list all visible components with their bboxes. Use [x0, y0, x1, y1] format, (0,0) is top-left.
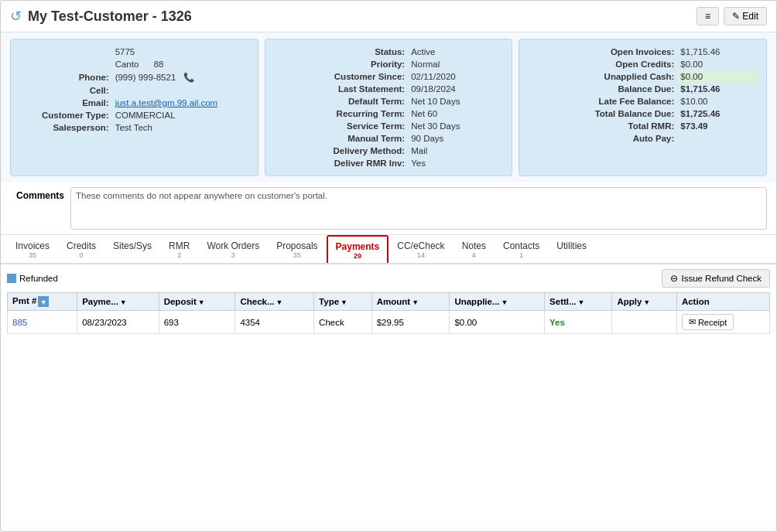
customer-since-value: 02/11/2020: [408, 70, 502, 83]
column-header-deposit: Deposit▼: [159, 293, 235, 311]
sort-icon[interactable]: ▼: [412, 298, 419, 306]
tab-count: 2: [177, 251, 181, 259]
table-body: 885 08/23/2023 693 4354 Check $29.95 $0.…: [8, 311, 770, 334]
total-balance-label-text: Total Balance Due:: [595, 109, 675, 118]
phone-number: (999) 999-8521: [115, 73, 176, 82]
sort-icon[interactable]: ▼: [341, 298, 347, 306]
column-header-settl---: Settl...▼: [545, 293, 612, 311]
priority-value: Normal: [408, 58, 502, 70]
tab-payments[interactable]: Payments29: [327, 235, 389, 264]
sort-icon[interactable]: ▼: [643, 298, 650, 306]
col-label: Pmt #: [12, 296, 36, 305]
table-header-row: Pmt #▼Payme...▼Deposit▼Check...▼Type▼Amo…: [8, 293, 770, 311]
tab-utilities[interactable]: Utilities: [548, 235, 595, 263]
tab-work-orders[interactable]: Work Orders3: [198, 235, 268, 263]
total-balance-value: $1,725.46: [677, 107, 757, 120]
tab-count: 0: [80, 251, 84, 259]
col-label: Amount: [377, 297, 410, 306]
delivery-method-label: Delivery Method:: [275, 145, 409, 157]
tab-contacts[interactable]: Contacts1: [495, 235, 548, 263]
refunded-color-swatch: [7, 274, 16, 283]
pmt-link[interactable]: 885: [12, 318, 27, 327]
menu-button[interactable]: ≡: [697, 7, 719, 26]
refunded-legend: Refunded: [7, 274, 58, 283]
column-header-check---: Check...▼: [235, 293, 314, 311]
unapplied-cash-label: Unapplied Cash:: [529, 70, 677, 83]
status-value: Active: [408, 46, 502, 58]
column-header-unapplie---: Unapplie...▼: [450, 293, 545, 311]
tab-credits[interactable]: Credits0: [58, 235, 104, 263]
tab-count: 14: [417, 251, 425, 259]
tab-label: Contacts: [503, 240, 539, 251]
email-value[interactable]: just.a.test@gm.99.ail.com: [112, 97, 248, 109]
financial-info-card: Open Invoices: $1,715.46 Open Credits: $…: [519, 39, 767, 176]
phone-icon[interactable]: 📞: [183, 73, 194, 82]
tab-proposals[interactable]: Proposals35: [268, 235, 326, 263]
priority-label: Priority:: [275, 58, 409, 70]
refunded-label: Refunded: [19, 274, 58, 283]
service-term-value: Net 30 Days: [408, 120, 502, 132]
filter-icon[interactable]: ▼: [38, 296, 49, 307]
customer-type-label: Customer Type:: [20, 109, 112, 121]
apply-cell: [612, 311, 677, 334]
tab-label: Credits: [67, 240, 96, 251]
col-label: Check...: [240, 297, 274, 306]
phone-label: Phone:: [20, 70, 112, 84]
column-header-amount: Amount▼: [371, 293, 450, 311]
tab-count: 35: [293, 251, 301, 259]
header-buttons: ≡ ✎ Edit: [697, 7, 767, 26]
email-link[interactable]: just.a.test@gm.99.ail.com: [115, 98, 217, 107]
balance-due-label-text: Balance Due:: [618, 84, 674, 94]
column-header-apply: Apply▼: [612, 293, 677, 311]
amount-cell: $29.95: [371, 311, 450, 334]
delivery-method-value: Mail: [408, 145, 502, 157]
issue-refund-label: Issue Refund Check: [681, 274, 762, 283]
unapplied-cell: $0.00: [450, 311, 545, 334]
edit-button[interactable]: ✎ Edit: [724, 7, 767, 26]
unapplied-cash-value: $0.00: [677, 70, 757, 83]
page-header: ↺ My Test-Customer - 1326 ≡ ✎ Edit: [1, 1, 776, 32]
table-row: 885 08/23/2023 693 4354 Check $29.95 $0.…: [8, 311, 770, 334]
receipt-label: Receipt: [698, 318, 727, 327]
type-cell: Check: [314, 311, 372, 334]
last-statement-value: 09/18/2024: [408, 83, 502, 95]
cell-label: Cell:: [20, 84, 112, 97]
tab-count: 35: [29, 251, 36, 259]
table-toolbar: Refunded ⊖ Issue Refund Check: [7, 269, 770, 288]
sort-icon[interactable]: ▼: [501, 298, 508, 306]
col-label: Type: [319, 297, 339, 306]
sort-icon[interactable]: ▼: [578, 298, 585, 306]
open-invoices-label: Open Invoices:: [529, 46, 677, 58]
tab-invoices[interactable]: Invoices35: [7, 235, 58, 263]
col-label: Payme...: [82, 297, 118, 306]
salesperson-value: Test Tech: [112, 121, 248, 134]
col-label: Apply: [617, 297, 642, 306]
late-fee-value: $10.00: [677, 95, 757, 107]
tab-rmr[interactable]: RMR2: [160, 235, 198, 263]
address1-label: [20, 46, 112, 58]
sort-icon[interactable]: ▼: [198, 298, 205, 306]
total-rmr-label-text: Total RMR:: [628, 121, 675, 131]
main-container: ↺ My Test-Customer - 1326 ≡ ✎ Edit 5775 …: [0, 0, 777, 532]
tab-label: CC/eCheck: [397, 240, 444, 251]
tabs-bar: Invoices35Credits0Sites/SysRMR2Work Orde…: [1, 235, 776, 264]
col-label: Settl...: [549, 297, 577, 306]
open-invoices-value: $1,715.46: [677, 46, 757, 58]
sort-icon[interactable]: ▼: [120, 298, 127, 306]
receipt-icon: ✉: [689, 317, 696, 327]
refund-check-icon: ⊖: [670, 273, 678, 284]
refresh-icon[interactable]: ↺: [10, 8, 22, 25]
payment-date-cell: 08/23/2023: [77, 311, 159, 334]
email-label: Email:: [20, 97, 112, 109]
tab-notes[interactable]: Notes4: [454, 235, 495, 263]
tab-cc-echeck[interactable]: CC/eCheck14: [388, 235, 453, 263]
sort-icon[interactable]: ▼: [276, 298, 283, 306]
tab-count: 29: [354, 252, 361, 260]
last-statement-label: Last Statement:: [275, 83, 409, 95]
tab-sites-sys[interactable]: Sites/Sys: [104, 235, 160, 263]
col-label: Unapplie...: [454, 297, 499, 306]
comments-box[interactable]: These comments do not appear anywhere on…: [70, 187, 767, 230]
pmt-num-cell: 885: [8, 311, 77, 334]
receipt-button[interactable]: ✉ Receipt: [682, 314, 734, 330]
issue-refund-button[interactable]: ⊖ Issue Refund Check: [662, 269, 770, 288]
